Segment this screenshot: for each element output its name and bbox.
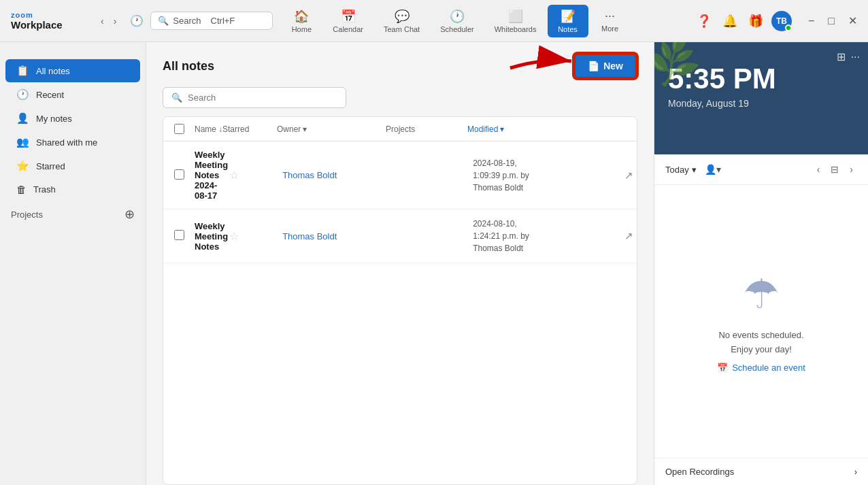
schedule-link-label: Schedule an event	[732, 363, 805, 373]
calendar-icon: 📅	[341, 9, 356, 24]
row-checkbox[interactable]	[174, 169, 184, 180]
new-note-button[interactable]: 📄 New	[573, 53, 637, 79]
header-name[interactable]: Name ↓	[195, 124, 222, 134]
nav-item-more[interactable]: ···More	[590, 5, 631, 37]
select-all-checkbox[interactable]	[174, 124, 184, 134]
new-note-label: New	[603, 61, 623, 71]
projects-label: Projects	[11, 210, 43, 220]
header-owner-label: Owner	[277, 124, 301, 134]
main-layout: 📋All notes🕐Recent👤My notes👥Shared with m…	[0, 42, 868, 485]
help-button[interactable]: ❓	[694, 11, 714, 31]
chevron-down-icon: ▾	[692, 165, 697, 175]
search-box[interactable]: 🔍 Search Ctrl+F	[150, 12, 273, 30]
calendar-grid-icon[interactable]: ⊞	[837, 50, 846, 63]
sidebar-item-all-notes[interactable]: 📋All notes	[5, 59, 140, 82]
nav-forward-button[interactable]: ›	[110, 13, 121, 29]
notes-search-area: 🔍	[146, 87, 654, 116]
view-people-button[interactable]: 👤▾	[702, 161, 724, 178]
add-project-button[interactable]: ⊕	[124, 207, 135, 222]
owner-sort-icon: ▾	[303, 124, 307, 134]
today-dropdown-button[interactable]: Today ▾	[665, 165, 697, 175]
notes-rows: Weekly Meeting Notes 2024-08-17 ☆ Thomas…	[163, 141, 637, 263]
current-date: Monday, August 19	[668, 98, 854, 109]
nav-item-calendar[interactable]: 📅Calendar	[323, 5, 373, 37]
app-logo[interactable]: zoom Workplace	[5, 11, 94, 31]
no-events-line2: Enjoy your day!	[731, 344, 792, 354]
schedule-icon: 📅	[717, 363, 728, 373]
trash-label: Trash	[33, 184, 56, 195]
star-button[interactable]: ☆	[228, 167, 240, 183]
more-icon: ···	[605, 9, 615, 23]
header-owner[interactable]: Owner ▾	[277, 124, 386, 134]
apps-button[interactable]: 🎁	[746, 11, 766, 31]
table-header: Name ↓ Starred Owner ▾ Projects Modified…	[163, 117, 637, 141]
my-notes-label: My notes	[36, 114, 72, 124]
row-actions: ↗ ···	[622, 228, 637, 244]
online-indicator	[785, 24, 792, 31]
nav-item-scheduler[interactable]: 🕐Scheduler	[431, 5, 484, 37]
sidebar-item-starred[interactable]: ⭐Starred	[5, 154, 140, 178]
open-recordings-button[interactable]: Open Recordings ›	[654, 458, 868, 485]
calendar-next-button[interactable]: ›	[846, 162, 857, 177]
nav-item-team-chat[interactable]: 💬Team Chat	[374, 5, 429, 37]
sidebar-item-recent[interactable]: 🕐Recent	[5, 83, 140, 106]
no-events-line1: No events scheduled.	[718, 330, 803, 340]
topbar: zoom Workplace ‹ › 🕐 🔍 Search Ctrl+F 🏠Ho…	[0, 0, 868, 42]
table-row: Weekly Meeting Notes ☆ Thomas Boldt 2024…	[163, 210, 637, 263]
note-name[interactable]: Weekly Meeting Notes 2024-08-17	[195, 150, 228, 201]
nav-item-whiteboards[interactable]: ⬜Whiteboards	[485, 5, 546, 37]
maximize-button[interactable]: □	[822, 12, 840, 30]
sidebar-item-my-notes[interactable]: 👤My notes	[5, 107, 140, 130]
share-button[interactable]: ↗	[622, 228, 635, 244]
minimize-button[interactable]: −	[803, 12, 820, 30]
window-controls: − □ ✕	[803, 12, 863, 30]
nav-item-home[interactable]: 🏠Home	[281, 5, 322, 37]
sidebar-projects: Projects ⊕	[0, 201, 146, 227]
sidebar-item-trash[interactable]: 🗑Trash	[5, 178, 140, 201]
avatar[interactable]: TB	[771, 11, 792, 31]
today-label: Today	[665, 165, 689, 175]
schedule-event-link[interactable]: 📅 Schedule an event	[717, 363, 805, 373]
notes-search-input[interactable]	[188, 93, 337, 103]
calendar-top-icons: ⊞ ···	[837, 50, 860, 63]
notifications-button[interactable]: 🔔	[720, 11, 740, 31]
header-starred: Starred	[222, 124, 277, 134]
note-owner[interactable]: Thomas Boldt	[282, 231, 391, 241]
notes-search-box[interactable]: 🔍	[163, 87, 346, 108]
nav-item-notes[interactable]: 📝Notes	[548, 5, 588, 37]
header-projects-label: Projects	[386, 124, 415, 134]
page-title: All notes	[163, 59, 214, 73]
no-events-text: No events scheduled. Enjoy your day!	[718, 329, 803, 357]
header-modified[interactable]: Modified ▾	[467, 124, 617, 134]
nav-back-button[interactable]: ‹	[97, 13, 108, 29]
notes-search-icon: 🔍	[171, 93, 182, 103]
history-button[interactable]: 🕐	[126, 10, 148, 31]
umbrella-icon: ☂	[743, 270, 780, 318]
share-button[interactable]: ↗	[622, 167, 635, 184]
scheduler-label: Scheduler	[440, 25, 474, 33]
whiteboards-icon: ⬜	[508, 9, 523, 24]
scheduler-icon: 🕐	[450, 9, 465, 24]
note-name[interactable]: Weekly Meeting Notes	[195, 221, 228, 252]
note-owner[interactable]: Thomas Boldt	[282, 170, 391, 180]
my-notes-icon: 👤	[16, 112, 29, 124]
calendar-view-toggle[interactable]: ⊟	[827, 162, 843, 177]
header-starred-label: Starred	[222, 124, 249, 134]
new-note-icon: 📄	[588, 61, 599, 71]
close-button[interactable]: ✕	[843, 12, 863, 30]
calendar-prev-button[interactable]: ‹	[813, 162, 824, 177]
calendar-widget: ⊞ ··· 🌿 5:35 PM Monday, August 19	[654, 42, 868, 154]
star-button[interactable]: ☆	[228, 229, 240, 244]
chevron-right-icon: ›	[854, 467, 857, 477]
workplace-label: Workplace	[11, 19, 63, 31]
sidebar-item-shared-with-me[interactable]: 👥Shared with me	[5, 131, 140, 154]
calendar-nav: ‹ ⊟ ›	[813, 162, 857, 177]
team-chat-label: Team Chat	[384, 25, 420, 33]
row-checkbox[interactable]	[174, 230, 184, 240]
starred-label: Starred	[36, 161, 65, 171]
note-modified: 2024-08-10,1:24:21 p.m. byThomas Boldt	[473, 218, 622, 254]
all-notes-icon: 📋	[16, 65, 29, 77]
calendar-more-icon[interactable]: ···	[851, 50, 860, 63]
right-panel: ⊞ ··· 🌿 5:35 PM Monday, August 19 Today …	[654, 42, 868, 485]
recent-label: Recent	[36, 90, 64, 100]
